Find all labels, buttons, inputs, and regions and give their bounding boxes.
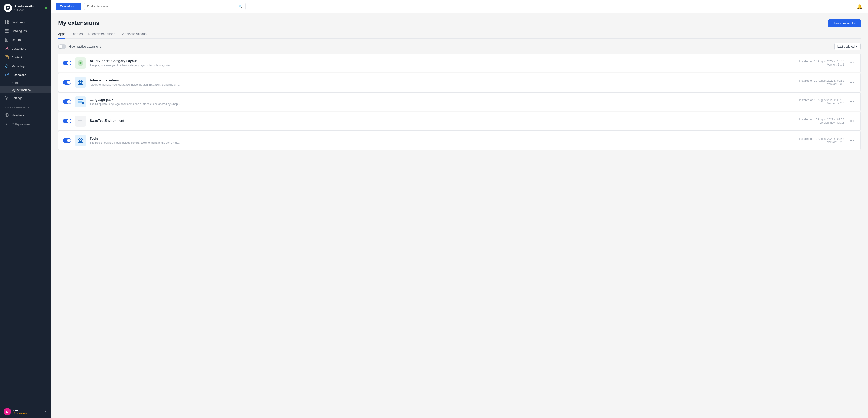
settings-icon [5,96,9,100]
user-role: Administrator [13,412,28,415]
sidebar-sub-my-extensions-label: My extensions [11,88,31,92]
hide-inactive-label: Hide inactive extensions [69,45,101,48]
sidebar-item-settings[interactable]: Settings [0,93,51,102]
collapse-icon [5,122,9,127]
svg-rect-33 [82,102,84,104]
app-name: Administration [14,5,35,8]
app-version: 6.4.14.0 [14,8,35,11]
tools-more-button[interactable]: ••• [848,137,856,144]
sidebar-item-catalogues-label: Catalogues [11,29,27,33]
extension-item-tools: Tools The free Shopware 6 app include se… [58,131,861,150]
tools-version: Version: 0.2.3 [799,141,844,144]
notification-bell-icon[interactable]: 🔔 [857,4,863,9]
extensions-list: ACRIS Inherit Category Layout The plugin… [58,54,861,150]
adminer-info: Adminer for Admin Allows to manage your … [90,79,795,86]
sidebar-item-marketing[interactable]: Marketing [0,62,51,70]
content-icon [5,55,9,59]
tab-shopware-account[interactable]: Shopware Account [121,32,148,38]
sidebar-item-extensions[interactable]: Extensions [0,70,51,79]
extensions-btn-chevron-icon: ▾ [76,5,78,8]
langpack-more-button[interactable]: ••• [848,98,856,105]
swag-info: SwagTestEnvironment [90,119,795,123]
hide-inactive-toggle[interactable] [58,44,66,49]
adminer-toggle[interactable] [63,80,71,85]
adminer-meta: Installed on 10 August 2022 at 09:58 Ver… [799,79,844,86]
tab-themes[interactable]: Themes [71,32,83,38]
sidebar-item-customers[interactable]: Customers [0,44,51,53]
filter-bar: Hide inactive extensions Last updated ▾ [58,43,861,50]
adminer-more-button[interactable]: ••• [848,79,856,86]
sidebar-item-orders[interactable]: Orders [0,35,51,44]
svg-rect-36 [78,120,82,121]
langpack-icon [75,96,86,107]
sidebar-sub-store[interactable]: Store [0,79,51,86]
acris-version: Version: 1.1.1 [799,63,844,66]
extension-item-swag: SwagTestEnvironment Installed on 10 Augu… [58,112,861,130]
user-area[interactable]: D demo Administrator ▲ [4,408,47,415]
svg-rect-31 [78,101,82,102]
swag-toggle[interactable] [63,119,71,123]
tools-toggle[interactable] [63,138,71,143]
langpack-version: Version: 2.2.0 [799,102,844,105]
headless-icon [5,113,9,117]
acris-icon [75,57,86,68]
tools-desc: The free Shopware 6 app include several … [90,141,795,144]
extensions-dropdown-button[interactable]: Extensions ▾ [56,3,82,10]
svg-rect-2 [7,20,8,22]
adminer-version: Version: 0.3.2 [799,82,844,86]
sidebar-sub-my-extensions[interactable]: My extensions [0,86,51,93]
langpack-desc: The Shopware language pack combines all … [90,102,795,106]
tab-apps[interactable]: Apps [58,32,65,38]
sales-channels-section: Sales Channels ＋ [0,102,51,111]
toggle-knob [59,45,62,49]
acris-toggle[interactable] [63,61,71,65]
extension-item-acris: ACRIS Inherit Category Layout The plugin… [58,54,861,72]
svg-point-26 [78,83,83,85]
acris-desc: The plugin allows you to inherit categor… [90,64,795,67]
svg-rect-1 [5,20,6,22]
sort-chevron-icon: ▾ [856,45,858,48]
svg-rect-35 [78,119,83,119]
sidebar-item-headless[interactable]: Headless [0,111,51,119]
marketing-icon [5,64,9,68]
search-input[interactable] [87,5,237,8]
langpack-installed: Installed on 10 August 2022 at 09:58 [799,98,844,102]
page-content: My extensions Upload extension Apps Them… [51,13,868,418]
langpack-toggle-knob [67,100,71,103]
svg-rect-6 [5,31,8,31]
swag-toggle-knob [67,119,71,123]
svg-point-43 [81,139,82,140]
acris-more-button[interactable]: ••• [848,60,856,66]
sidebar-item-settings-label: Settings [11,96,22,100]
online-indicator [45,7,47,9]
sidebar-item-dashboard-label: Dashboard [11,21,26,24]
sidebar-item-extensions-label: Extensions [11,73,26,77]
svg-point-42 [79,139,80,140]
swag-meta: Installed on 10 August 2022 at 09:58 Ver… [799,118,844,124]
sidebar-item-dashboard[interactable]: Dashboard [0,18,51,27]
sidebar-item-content[interactable]: Content [0,53,51,62]
adminer-toggle-knob [67,81,71,84]
search-bar: 🔍 [84,3,246,10]
hide-inactive-toggle-wrap: Hide inactive extensions [58,44,101,49]
orders-icon [5,38,9,42]
dashboard-icon [5,20,9,24]
sidebar-item-marketing-label: Marketing [11,64,25,68]
svg-rect-37 [78,122,82,122]
user-name: demo [13,409,28,412]
svg-point-17 [6,67,7,68]
acris-info: ACRIS Inherit Category Layout The plugin… [90,59,795,67]
tools-icon [75,135,86,146]
langpack-toggle[interactable] [63,99,71,104]
tools-name: Tools [90,137,795,140]
sidebar-item-catalogues[interactable]: Catalogues [0,27,51,35]
svg-point-20 [6,97,7,98]
user-chevron-icon: ▲ [44,410,47,413]
upload-extension-button[interactable]: Upload extension [828,19,861,27]
swag-more-button[interactable]: ••• [848,118,856,125]
tab-recommendations[interactable]: Recommendations [88,32,115,38]
add-sales-channel-button[interactable]: ＋ [42,105,46,110]
sort-dropdown-button[interactable]: Last updated ▾ [834,43,861,50]
collapse-menu-item[interactable]: Collapse menu [0,119,51,129]
svg-rect-30 [78,99,83,100]
